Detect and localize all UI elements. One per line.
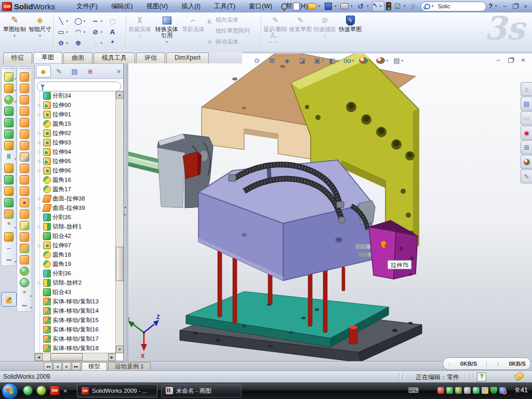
expander-icon[interactable]: [37, 196, 42, 201]
rebuild-traffic-light-icon[interactable]: [386, 2, 391, 10]
tree-item[interactable]: 拉伸97: [37, 241, 116, 250]
start-button[interactable]: [2, 383, 18, 399]
feature-label[interactable]: 圆角18: [52, 251, 71, 259]
quick-snaps-button[interactable]: ⊚ 快速捕捉▾: [313, 14, 337, 49]
doc-nav-last[interactable]: ▸▸: [72, 362, 81, 370]
tree-item[interactable]: 分割36: [37, 269, 116, 278]
tree-item[interactable]: 实体-移动/复制17: [37, 334, 116, 343]
display-delete-relations-button[interactable]: ✎ 显示/删除几...▾: [263, 14, 288, 49]
move-entities-button[interactable]: ✛ 移动实体: [206, 36, 271, 47]
panel-overflow-button[interactable]: »: [117, 68, 122, 75]
thicken-button[interactable]: [17, 174, 32, 185]
feature-label[interactable]: 切除-放样1: [52, 223, 82, 231]
tree-item[interactable]: 圆角18: [37, 250, 116, 259]
tab-evaluate[interactable]: 评估: [136, 52, 165, 63]
spline-tool-button[interactable]: ∼: [90, 16, 108, 26]
quick-launch-chevron[interactable]: »: [63, 387, 67, 394]
display-style-icon[interactable]: ◧: [327, 56, 341, 65]
tree-item[interactable]: 拉伸96: [37, 166, 116, 175]
feature-label[interactable]: 拉伸97: [52, 242, 71, 249]
feature-label[interactable]: 拉伸96: [52, 167, 71, 175]
expander-icon[interactable]: [37, 103, 42, 108]
magnified-selection-icon[interactable]: ◈: [282, 56, 296, 65]
feature-label[interactable]: 拉伸95: [52, 157, 71, 165]
scroll-up-arrow[interactable]: ▲: [116, 91, 124, 99]
feature-label[interactable]: 圆角16: [52, 176, 71, 184]
ellipse-tool-button[interactable]: ⊘: [90, 26, 108, 37]
tree-item[interactable]: 分割34: [37, 91, 116, 100]
reference-geometry-button[interactable]: [2, 220, 16, 231]
toolbar-overflow-label[interactable]: 少..: [409, 3, 419, 10]
feature-label[interactable]: 拉伸90: [52, 101, 71, 109]
hide-show-items-icon[interactable]: oo: [342, 56, 356, 65]
draft-button[interactable]: [2, 174, 16, 185]
tree-item[interactable]: 实体-移动/复制13: [37, 297, 116, 306]
appearances-scenes-tab[interactable]: [521, 155, 532, 169]
select-button[interactable]: ↖ ▾: [372, 1, 384, 11]
fillet-button[interactable]: [2, 94, 16, 105]
menu-item[interactable]: 窗口(W): [242, 1, 279, 12]
section-view-icon[interactable]: ◪: [297, 56, 311, 65]
delete-face-button[interactable]: [17, 197, 32, 208]
revolved-surface-button[interactable]: [17, 83, 32, 94]
tree-item[interactable]: 拉伸94: [37, 147, 116, 156]
tree-item[interactable]: 实体-移动/复制18: [37, 343, 116, 353]
doc-nav-next[interactable]: ▸: [62, 362, 71, 370]
move-copy-body-button[interactable]: [2, 208, 16, 220]
repair-sketch-button[interactable]: ✎ 修复草图: [289, 14, 312, 49]
menu-item[interactable]: 视图(V): [140, 1, 175, 12]
expander-icon[interactable]: [37, 159, 42, 164]
menu-item[interactable]: 插入(I): [175, 1, 207, 12]
feature-label[interactable]: 实体-移动/复制14: [52, 307, 99, 315]
circle-tool-button[interactable]: ◯: [73, 16, 90, 26]
scroll-down-arrow[interactable]: ▼: [116, 345, 124, 353]
replace-face-button[interactable]: [17, 208, 32, 220]
quick-launch-solidworks-icon[interactable]: SW: [50, 385, 60, 395]
apply-scene-icon[interactable]: [375, 56, 391, 65]
search-input[interactable]: [437, 3, 475, 10]
arc-tool-button[interactable]: ◠: [73, 26, 90, 37]
taskbar-button-paint[interactable]: 未命名 - 画图: [161, 384, 242, 397]
configurationmanager-tab[interactable]: ▤: [67, 65, 82, 77]
surface-reference-geometry-button[interactable]: [17, 288, 32, 300]
smart-dimension-button[interactable]: ◈ 智能尺寸▾: [28, 14, 52, 49]
mirror-entities-button[interactable]: ◭ 镜向实体: [206, 15, 271, 25]
tree-filter-input[interactable]: [37, 82, 121, 91]
tree-item[interactable]: 拉伸91: [37, 110, 116, 119]
tree-item[interactable]: 圆角19: [37, 259, 116, 269]
expander-icon[interactable]: [37, 224, 42, 229]
tree-item[interactable]: 圆角16: [37, 175, 116, 184]
quick-launch-media-icon[interactable]: [36, 385, 46, 395]
offset-entities-button[interactable]: ⌐ 等距实体: [182, 14, 205, 49]
line-tool-button[interactable]: ╲: [56, 16, 73, 26]
menu-item[interactable]: 编辑(E): [104, 1, 140, 12]
expander-icon[interactable]: [37, 206, 42, 210]
rapid-sketch-button[interactable]: ϟ 快速草图: [338, 14, 363, 49]
edit-appearance-icon[interactable]: [357, 56, 374, 65]
plane-button[interactable]: [2, 231, 16, 243]
tab-dimxpert[interactable]: DimXpert: [166, 52, 209, 63]
model-view[interactable]: 拉伸75 Y Z X: [125, 54, 532, 361]
linear-sketch-pattern-button[interactable]: 线性草图阵列: [206, 25, 271, 36]
panel-splitter[interactable]: [124, 63, 128, 361]
untrim-surface-button[interactable]: [17, 254, 32, 265]
tree-item[interactable]: 拉伸95: [37, 156, 116, 166]
tab-sketch[interactable]: 草图: [33, 52, 62, 63]
tree-item[interactable]: 分割35: [37, 212, 116, 222]
view-palette-tab[interactable]: ⊞: [521, 140, 532, 154]
tab-features[interactable]: 特征: [3, 52, 32, 63]
search-box[interactable]: ▾: [421, 2, 486, 11]
curve-button[interactable]: [2, 254, 16, 265]
custom-properties-tab[interactable]: ✎: [521, 169, 532, 183]
scroll-left-arrow[interactable]: ◀: [35, 353, 43, 361]
tray-messenger-status-icon[interactable]: [499, 387, 506, 394]
freeform-button[interactable]: [17, 163, 32, 174]
solidworks-search-tab[interactable]: ◉: [521, 126, 532, 140]
selection-box-tool-button[interactable]: ▢: [108, 16, 125, 26]
save-button[interactable]: [324, 2, 333, 11]
tree-item[interactable]: 实体-移动/复制14: [37, 306, 116, 315]
dome-button[interactable]: [17, 277, 32, 288]
expander-icon[interactable]: [37, 243, 42, 248]
tree-item[interactable]: 拉伸90: [37, 100, 116, 110]
filled-surface-button[interactable]: [17, 128, 32, 140]
